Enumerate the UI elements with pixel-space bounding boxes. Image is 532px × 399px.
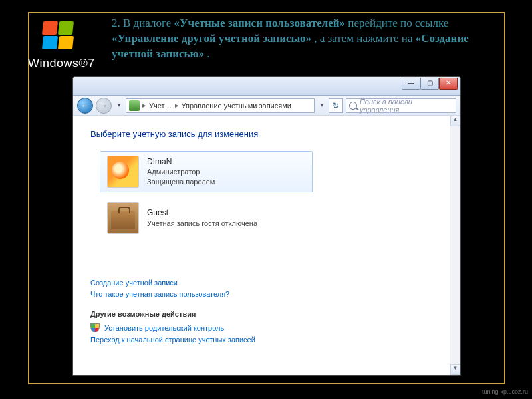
account-role: Администратор: [147, 167, 215, 177]
control-panel-icon: [129, 100, 140, 111]
accounts-list: DImaN Администратор Защищена паролем Gue…: [100, 151, 432, 239]
refresh-button[interactable]: ↻: [329, 98, 343, 113]
go-home-link[interactable]: Переход к начальной странице учетных зап…: [90, 336, 432, 344]
windows-logo-icon: [41, 21, 76, 52]
instr-suffix: .: [207, 47, 209, 60]
parental-control-label: Установить родительский контроль: [104, 324, 224, 332]
instr-mid2: , а затем нажмите на: [314, 32, 415, 45]
scroll-down-button[interactable]: ▼: [450, 364, 460, 375]
maximize-button[interactable]: ▢: [420, 78, 439, 90]
instruction-text: 2. В диалоге «Учетные записи пользовател…: [112, 16, 484, 62]
scroll-track[interactable]: [450, 126, 460, 364]
page-heading: Выберите учетную запись для изменения: [90, 129, 432, 139]
account-info: DImaN Администратор Защищена паролем: [147, 156, 215, 187]
account-name: Guest: [147, 207, 257, 218]
account-status: Учетная запись гостя отключена: [147, 219, 257, 229]
parental-control-link[interactable]: Установить родительский контроль: [90, 323, 432, 332]
window-content: Выберите учетную запись для изменения DI…: [73, 116, 450, 375]
user-accounts-window: — ▢ ✕ ← → ▾ ▸ Учет… ▸ Управление учетным…: [72, 76, 461, 376]
avatar-flower-icon: [107, 156, 139, 188]
search-placeholder: Поиск в панели управления: [360, 98, 453, 114]
breadcrumb-sep: ▸: [175, 101, 179, 110]
breadcrumb-crumb1[interactable]: Учет…: [149, 102, 172, 110]
nav-history-dropdown[interactable]: ▾: [114, 98, 123, 113]
search-icon: [349, 102, 357, 110]
navigation-bar: ← → ▾ ▸ Учет… ▸ Управление учетными запи…: [73, 96, 460, 116]
vertical-scrollbar[interactable]: ▲ ▼: [450, 116, 460, 375]
breadcrumb-sep: ▸: [142, 101, 146, 110]
account-status: Защищена паролем: [147, 177, 215, 187]
avatar-suitcase-icon: [107, 202, 139, 234]
instr-bold1: «Учетные записи пользователей»: [174, 17, 346, 29]
window-titlebar[interactable]: — ▢ ✕: [73, 77, 460, 96]
minimize-button[interactable]: —: [402, 78, 420, 90]
address-dropdown[interactable]: ▾: [317, 98, 326, 113]
breadcrumb-crumb2[interactable]: Управление учетными записями: [182, 102, 291, 110]
instr-mid1: перейдите по ссылке: [348, 17, 448, 29]
scroll-up-button[interactable]: ▲: [450, 116, 460, 126]
shield-icon: [90, 323, 100, 332]
search-input[interactable]: Поиск в панели управления: [346, 98, 456, 113]
links-section: Создание учетной записи Что такое учетна…: [90, 279, 432, 344]
watermark-text: tuning-xp.ucoz.ru: [482, 388, 528, 395]
account-item-diman[interactable]: DImaN Администратор Защищена паролем: [100, 151, 313, 192]
back-button[interactable]: ←: [77, 98, 93, 114]
address-breadcrumb[interactable]: ▸ Учет… ▸ Управление учетными записями: [126, 98, 315, 113]
close-button[interactable]: ✕: [439, 78, 458, 90]
account-info: Guest Учетная запись гостя отключена: [147, 207, 257, 228]
account-name: DImaN: [147, 156, 215, 167]
other-actions-heading: Другие возможные действия: [90, 310, 432, 318]
windows7-wordmark: Windows®7: [28, 57, 95, 70]
account-item-guest[interactable]: Guest Учетная запись гостя отключена: [100, 198, 313, 239]
instr-bold2: «Управление другой учетной записью»: [112, 32, 311, 45]
create-account-link[interactable]: Создание учетной записи: [90, 279, 432, 287]
instr-prefix: 2. В диалоге: [112, 17, 174, 29]
forward-button[interactable]: →: [96, 98, 112, 114]
what-is-account-link[interactable]: Что такое учетная запись пользователя?: [90, 290, 432, 298]
